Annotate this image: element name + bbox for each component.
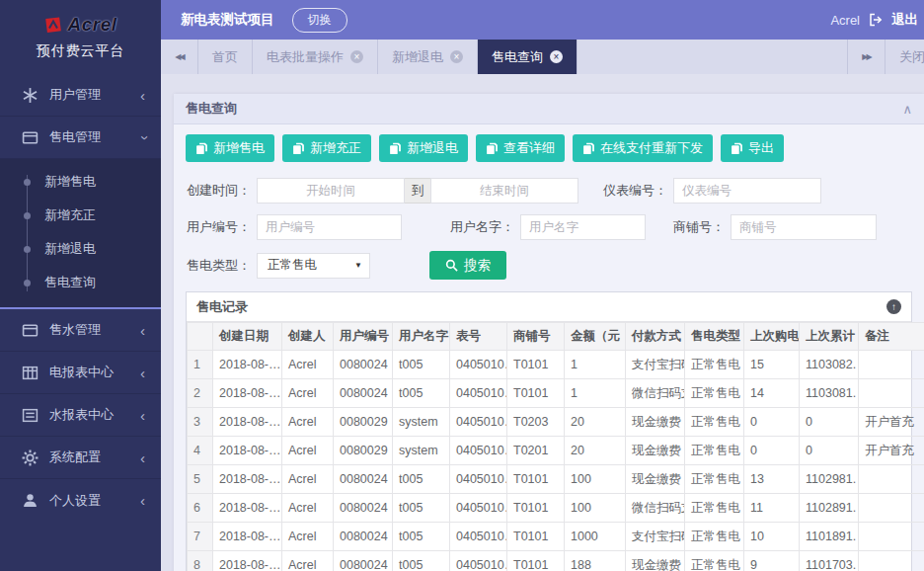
- toolbar-button[interactable]: 新增退电: [379, 134, 468, 162]
- collapse-panel-icon[interactable]: ∧: [902, 102, 912, 117]
- sale-type-select[interactable]: 正常售电 ▼: [257, 253, 370, 279]
- tab-sale-query[interactable]: 售电查询 ×: [478, 40, 578, 74]
- user-name-input[interactable]: [520, 214, 646, 240]
- scroll-tabs-left-button[interactable]: ◀◀: [161, 40, 198, 74]
- table-row[interactable]: 2 2018-08-… Acrel 0080024 t005 0405010… …: [188, 379, 924, 408]
- sidebar: Acrel 预付费云平台 用户管理 ‹ 售电管理 ‹ 新增售电 新增充正 新增退…: [0, 0, 161, 571]
- table-header-row: 创建日期创建人用户编号用户名字表号商铺号金额（元付款方式售电类型上次购电上次累计…: [188, 323, 924, 351]
- sidebar-nav: 用户管理 ‹ 售电管理 ‹ 新增售电 新增充正 新增退电 售电查询 售水管理 ‹: [0, 74, 161, 522]
- copy-doc-icon: [731, 142, 743, 155]
- search-button[interactable]: 搜索: [429, 251, 506, 280]
- shop-no-label: 商铺号：: [659, 218, 725, 236]
- table-icon: [22, 365, 38, 381]
- logout-icon: [869, 13, 883, 27]
- sidebar-submenu-sell-electricity: 新增售电 新增充正 新增退电 售电查询: [0, 159, 161, 309]
- column-header: 用户名字: [393, 323, 450, 351]
- chevron-left-icon: ‹: [140, 88, 145, 103]
- scroll-tabs-right-button[interactable]: ▶▶: [848, 40, 886, 74]
- copy-doc-icon: [292, 142, 305, 155]
- start-time-input[interactable]: [257, 178, 405, 204]
- toolbar-button[interactable]: 新增充正: [282, 134, 371, 162]
- content: 售电查询 ∧ 新增售电 新增充正 新增退电 查看详细: [161, 74, 924, 571]
- sidebar-item-water-report-center[interactable]: 水报表中心 ‹: [0, 394, 161, 437]
- tab-meter-batch-ops[interactable]: 电表批量操作 ×: [253, 40, 378, 74]
- shop-no-input[interactable]: [731, 214, 877, 240]
- column-header: 创建人: [282, 323, 334, 351]
- dot-icon: [24, 280, 31, 286]
- toolbar-button[interactable]: 导出: [721, 134, 784, 162]
- meter-no-label: 仪表编号：: [602, 182, 667, 200]
- sidebar-item-sell-electricity[interactable]: 售电管理 ‹: [0, 117, 161, 159]
- brand-name: Acrel: [67, 14, 116, 36]
- tab-new-refund[interactable]: 新增退电 ×: [378, 40, 478, 74]
- chevron-left-icon: ‹: [140, 323, 145, 338]
- table-row[interactable]: 8 2018-08-… Acrel 0080024 t005 0405010… …: [188, 551, 924, 571]
- sidebar-item-personal-settings[interactable]: 个人设置 ‹: [0, 479, 161, 522]
- create-time-label: 创建时间：: [186, 182, 251, 200]
- chevron-left-icon: ‹: [140, 408, 145, 423]
- toolbar-button[interactable]: 在线支付重新下发: [573, 134, 713, 162]
- card-icon: [22, 322, 38, 339]
- toolbar: 新增售电 新增充正 新增退电 查看详细 在线支付重新下发 导出: [186, 134, 912, 162]
- tabbar: ◀◀ 首页 电表批量操作 × 新增退电 × 售电查询 × ▶▶ 关闭操作: [161, 40, 924, 74]
- user-name-label: 用户名字：: [449, 218, 514, 236]
- sidebar-subitem-sale-query[interactable]: 售电查询: [0, 266, 161, 299]
- current-user[interactable]: Acrel: [830, 13, 860, 28]
- panel-title: 售电查询: [186, 100, 237, 118]
- list-icon: [22, 407, 38, 424]
- table-row[interactable]: 4 2018-08-… Acrel 0080029 system 0405010…: [188, 437, 924, 465]
- sidebar-subitem-new-refund[interactable]: 新增退电: [0, 232, 161, 266]
- close-operations-menu[interactable]: 关闭操作: [886, 40, 924, 74]
- column-header: 商铺号: [507, 323, 565, 351]
- table-row[interactable]: 6 2018-08-… Acrel 0080024 t005 0405010… …: [188, 494, 924, 523]
- toolbar-button[interactable]: 查看详细: [476, 134, 565, 162]
- column-header: 上次累计: [800, 323, 859, 351]
- table-row[interactable]: 1 2018-08-… Acrel 0080024 t005 0405010… …: [188, 351, 924, 379]
- snowflake-icon: [22, 87, 38, 104]
- column-header: 金额（元: [565, 323, 626, 351]
- user-no-input[interactable]: [257, 214, 402, 240]
- chevron-down-icon: ‹: [135, 135, 150, 140]
- close-tab-icon[interactable]: ×: [450, 50, 463, 63]
- brand-subtitle: 预付费云平台: [0, 42, 161, 60]
- double-left-arrow-icon: ◀◀: [175, 52, 183, 61]
- user-icon: [22, 492, 38, 509]
- sidebar-subitem-new-sale[interactable]: 新增售电: [0, 165, 161, 199]
- column-header: 备注: [859, 323, 924, 351]
- caret-down-icon: ▼: [354, 261, 362, 270]
- table-row[interactable]: 7 2018-08-… Acrel 0080024 t005 0405010… …: [188, 523, 924, 551]
- table-row[interactable]: 3 2018-08-… Acrel 0080029 system 0405010…: [188, 408, 924, 437]
- sale-query-panel: 售电查询 ∧ 新增售电 新增充正 新增退电 查看详细: [174, 94, 924, 571]
- topbar: 新电表测试项目 切换 Acrel 退出: [161, 0, 924, 40]
- copy-doc-icon: [195, 142, 208, 155]
- column-header: 用户编号: [334, 323, 393, 351]
- chevron-left-icon: ‹: [140, 493, 145, 508]
- records-title: 售电记录: [196, 298, 248, 316]
- sidebar-item-system-config[interactable]: 系统配置 ‹: [0, 437, 161, 479]
- records-table: 创建日期创建人用户编号用户名字表号商铺号金额（元付款方式售电类型上次购电上次累计…: [187, 322, 924, 571]
- sale-type-label: 售电类型：: [186, 257, 251, 275]
- logout-link[interactable]: 退出: [891, 11, 918, 29]
- toolbar-button[interactable]: 新增售电: [186, 134, 274, 162]
- to-addon: 到: [405, 178, 430, 204]
- dot-icon: [24, 212, 31, 219]
- sidebar-item-user-management[interactable]: 用户管理 ‹: [0, 74, 161, 117]
- search-form: 创建时间： 到 仪表编号： 用户编号： 用户名字： 商铺号： 售电类型：: [186, 178, 912, 280]
- table-row[interactable]: 5 2018-08-… Acrel 0080024 t005 0405010… …: [188, 465, 924, 494]
- tab-home[interactable]: 首页: [198, 40, 253, 74]
- chevron-left-icon: ‹: [140, 450, 145, 465]
- brand: Acrel 预付费云平台: [0, 0, 161, 74]
- sidebar-item-electric-report-center[interactable]: 电报表中心 ‹: [0, 352, 161, 394]
- sidebar-item-sell-water[interactable]: 售水管理 ‹: [0, 309, 161, 352]
- switch-project-button[interactable]: 切换: [292, 8, 347, 33]
- user-no-label: 用户编号：: [186, 218, 251, 236]
- close-tab-icon[interactable]: ×: [550, 50, 563, 63]
- column-header: 创建日期: [213, 323, 282, 351]
- column-header: 付款方式: [626, 323, 685, 351]
- circle-arrow-up-icon[interactable]: ↑: [886, 299, 901, 314]
- close-tab-icon[interactable]: ×: [350, 50, 363, 63]
- search-icon: [445, 259, 458, 272]
- meter-no-input[interactable]: [673, 178, 821, 204]
- sidebar-subitem-new-recharge[interactable]: 新增充正: [0, 199, 161, 232]
- end-time-input[interactable]: [430, 178, 578, 204]
